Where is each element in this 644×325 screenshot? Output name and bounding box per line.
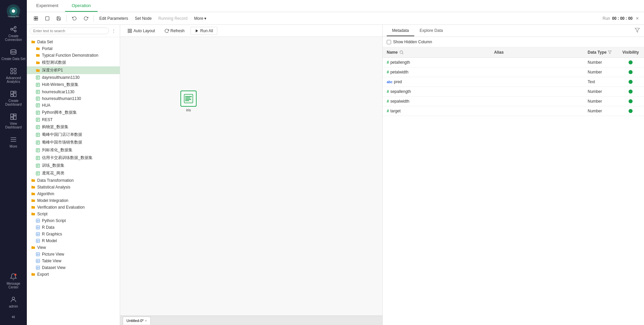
save-button[interactable] xyxy=(54,15,64,22)
tree-item[interactable]: Export xyxy=(27,271,120,278)
table-row[interactable]: # target Number xyxy=(383,106,644,116)
sidebar: Yangheng Tech Create Connection Create D… xyxy=(0,0,27,325)
sidebar-item-message-center[interactable]: Message Center xyxy=(0,270,27,292)
tree-item[interactable]: Portal xyxy=(27,45,120,52)
sidebar-collapse-button[interactable] xyxy=(0,312,27,322)
undo-button[interactable] xyxy=(69,15,79,22)
tree-item[interactable]: {}⌗ Picture View xyxy=(27,251,120,258)
tab-operation[interactable]: Operation xyxy=(65,0,98,12)
table-row[interactable]: # petalwidth Number xyxy=(383,67,644,77)
row-alias[interactable] xyxy=(490,67,584,77)
row-alias[interactable] xyxy=(490,97,584,106)
tree-item[interactable]: Python脚本_数据集 xyxy=(27,109,120,116)
more-menu-button[interactable]: More ▾ xyxy=(192,15,209,22)
tree-item[interactable]: Algorithm xyxy=(27,191,120,197)
tree-item[interactable]: 葡峰中国市场销售数据 xyxy=(27,139,120,146)
tree-item[interactable]: Verification and Evaluation xyxy=(27,204,120,211)
tree-item[interactable]: Holt-Winters_数据集 xyxy=(27,81,120,89)
canvas-tab-untitled[interactable]: Untitled-0* × xyxy=(123,317,151,325)
tree-item-label: Picture View xyxy=(42,252,64,257)
tree-item[interactable]: dayresulthuamn1130 xyxy=(27,74,120,81)
tree-item[interactable]: Statistical Analysis xyxy=(27,184,120,191)
table-row[interactable]: # sepallength Number xyxy=(383,87,644,97)
tree-item[interactable]: 鸢尾花_两类 xyxy=(27,169,120,177)
tree-item[interactable]: View xyxy=(27,244,120,251)
main-toolbar: Edit Parameters Set Node Running Record … xyxy=(27,12,644,25)
tree-item[interactable]: {}⌗ Dataset View xyxy=(27,264,120,271)
type-number-icon: # xyxy=(387,70,389,74)
run-all-button[interactable]: Run All xyxy=(191,27,217,35)
tree-item-label: dayresulthuamn1130 xyxy=(42,75,79,80)
tree-item[interactable]: {}⌗ R Data xyxy=(27,224,120,231)
tree-item[interactable]: 购物篮_数据集 xyxy=(27,123,120,131)
running-record-button[interactable]: Running Record xyxy=(156,15,190,22)
table-row[interactable]: # petallength Number xyxy=(383,58,644,67)
sidebar-item-advanced-analytics[interactable]: Advanced Analytics xyxy=(0,64,27,87)
refresh-button[interactable]: Refresh xyxy=(161,27,188,35)
tree-item-label: Statistical Analysis xyxy=(37,185,70,189)
canvas-section: Auto Layout Refresh Run All xyxy=(120,25,382,325)
run-close-button[interactable]: ✕ xyxy=(635,16,640,21)
tree-item[interactable]: Data Transformation xyxy=(27,177,120,184)
tree-item-label: Dataset View xyxy=(42,265,65,270)
tree-item[interactable]: {}⌗ R Model xyxy=(27,237,120,244)
name-search-icon[interactable] xyxy=(399,50,404,55)
tree-item[interactable]: 葡峰中国门店订单数据 xyxy=(27,131,120,139)
tree-item[interactable]: Data Set xyxy=(27,39,120,45)
show-hidden-checkbox[interactable] xyxy=(387,40,391,44)
type-number-icon: # xyxy=(387,99,389,104)
data-icon xyxy=(36,140,40,145)
tree-item[interactable]: Script xyxy=(27,211,120,217)
tree-item[interactable]: Model Integration xyxy=(27,197,120,204)
type-filter-icon[interactable] xyxy=(608,50,612,54)
type-number-icon: # xyxy=(387,60,389,65)
canvas-tab-close[interactable]: × xyxy=(145,319,147,323)
sidebar-item-view-dashboard[interactable]: View Dashboard xyxy=(0,110,27,132)
folder-icon xyxy=(31,272,36,277)
sidebar-item-create-dashboard[interactable]: Create Dashboard xyxy=(0,87,27,110)
row-alias[interactable] xyxy=(490,106,584,116)
data-icon xyxy=(36,90,40,94)
set-node-button[interactable]: Set Node xyxy=(132,15,154,22)
sidebar-item-label: admin xyxy=(9,305,18,308)
tree-item[interactable]: 深度分析P1 xyxy=(27,66,120,74)
search-more-button[interactable]: ⋮ xyxy=(110,28,117,34)
sidebar-item-admin[interactable]: admin xyxy=(0,292,27,312)
tree-item[interactable]: {}⌗ R Graphics xyxy=(27,231,120,237)
canvas-node-iris[interactable]: iris xyxy=(180,91,197,112)
tree-item[interactable]: REST xyxy=(27,116,120,123)
table-row[interactable]: # sepalwidth Number xyxy=(383,97,644,106)
tree-item[interactable]: hourresulthuman1130 xyxy=(27,95,120,102)
table-row[interactable]: abc pred Text xyxy=(383,77,644,87)
tree-item[interactable]: {}⌗ Table View xyxy=(27,258,120,264)
tree-item[interactable]: Typical Function Demonstration xyxy=(27,52,120,59)
tree-item[interactable]: hourresultcar1130 xyxy=(27,89,120,95)
tree-item[interactable]: 列标准化_数据集 xyxy=(27,146,120,154)
row-alias[interactable] xyxy=(490,58,584,67)
edit-parameters-button[interactable]: Edit Parameters xyxy=(97,15,131,22)
tree-item[interactable]: 训练_数据集 xyxy=(27,162,120,169)
svg-point-21 xyxy=(12,297,14,300)
redo-button[interactable] xyxy=(81,15,91,22)
canvas-area[interactable]: iris Untitled-0* × xyxy=(120,37,382,325)
row-name: # petallength xyxy=(383,58,490,67)
tree-item[interactable]: 信用卡交易训练数据_数据集 xyxy=(27,154,120,162)
tree-item[interactable]: HUA xyxy=(27,102,120,109)
grid-view-button[interactable] xyxy=(31,15,41,22)
sidebar-item-create-connection[interactable]: Create Connection xyxy=(0,22,27,45)
list-view-button[interactable] xyxy=(42,15,52,22)
search-input[interactable] xyxy=(30,28,109,34)
sidebar-item-more[interactable]: More xyxy=(0,132,27,152)
tab-experiment[interactable]: Experiment xyxy=(30,0,65,12)
sidebar-item-create-data-set[interactable]: Create Data Set xyxy=(0,45,27,64)
tree-item-label: Table View xyxy=(42,259,61,263)
row-alias[interactable] xyxy=(490,87,584,96)
tab-explore-data[interactable]: Explore Data xyxy=(414,25,448,36)
tab-metadata[interactable]: Metadata xyxy=(387,25,414,36)
tree-item[interactable]: 模型测试数据 xyxy=(27,59,120,66)
filter-button[interactable] xyxy=(635,28,640,34)
row-alias[interactable] xyxy=(490,77,584,87)
svg-rect-16 xyxy=(14,93,16,97)
auto-layout-button[interactable]: Auto Layout xyxy=(124,27,158,35)
tree-item[interactable]: {}⌗ Python Script xyxy=(27,217,120,224)
